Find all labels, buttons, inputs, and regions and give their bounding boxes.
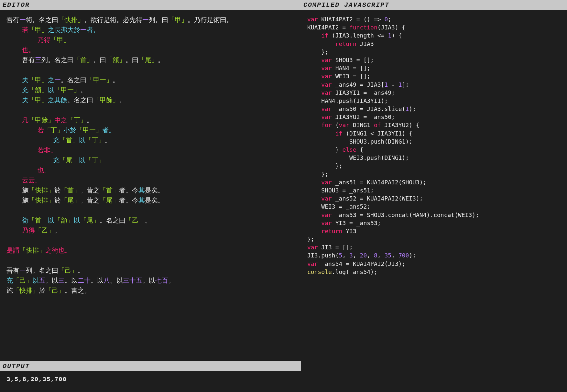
code-token: 。以 bbox=[65, 277, 78, 285]
code-token: 「甲」 bbox=[28, 97, 48, 104]
code-token: 充 bbox=[6, 277, 13, 285]
code-token: 。名之曰 bbox=[67, 97, 93, 104]
code-token: return bbox=[321, 228, 342, 234]
code-token: return bbox=[335, 40, 356, 47]
code-token bbox=[307, 57, 321, 63]
code-token bbox=[6, 47, 22, 54]
js-line: KUAI4PAI2 = function(JIA3) { bbox=[307, 23, 563, 31]
code-token: (JIA3.length <= bbox=[328, 32, 388, 39]
code-token: var bbox=[321, 220, 332, 226]
code-token: 乃得 bbox=[38, 37, 50, 44]
editor-line: 若「丁」小於「甲一」者。 bbox=[6, 125, 297, 136]
code-token: ; bbox=[388, 16, 391, 23]
code-token: 。欲行是術。必先得 bbox=[84, 16, 142, 24]
code-token: 8 bbox=[374, 252, 377, 259]
code-token bbox=[6, 27, 22, 34]
compiled-js-pane[interactable]: var KUAI4PAI2 = () => 0;KUAI4PAI2 = func… bbox=[301, 10, 567, 392]
code-token: }; bbox=[307, 49, 328, 55]
code-token: 「甲餘」 bbox=[28, 117, 54, 124]
editor-line: 施「快排」於「尾」。昔之「尾」者。今其是矣。 bbox=[6, 196, 297, 206]
editor-line: 夫「甲」之其餘。名之曰「甲餘」。 bbox=[6, 95, 297, 105]
code-token: 以 bbox=[32, 277, 39, 285]
code-token: 0 bbox=[384, 16, 388, 23]
code-token: _ans52 = KUAI4PAI2(WEI3); bbox=[332, 195, 423, 202]
editor-line: 云云。 bbox=[6, 176, 297, 186]
code-token: 五 bbox=[39, 277, 45, 285]
code-token: 35 bbox=[385, 252, 392, 259]
code-token: 三 bbox=[35, 57, 41, 64]
output-header: OUTPUT bbox=[0, 361, 301, 371]
js-line: if (JIA3.length <= 1) { bbox=[307, 31, 563, 39]
code-token: 銜 bbox=[22, 217, 28, 224]
code-token: 「甲」 bbox=[28, 77, 48, 84]
code-token bbox=[307, 220, 321, 226]
code-token: } bbox=[307, 146, 342, 153]
code-token: 。以 bbox=[110, 277, 123, 285]
code-token bbox=[307, 228, 321, 234]
code-token: 。 bbox=[78, 267, 84, 275]
code-token bbox=[307, 195, 321, 202]
code-token: 者。 bbox=[102, 127, 115, 134]
code-token: , bbox=[342, 252, 349, 259]
code-token: 若 bbox=[38, 127, 44, 134]
editor-line bbox=[6, 65, 297, 75]
code-token bbox=[6, 97, 22, 104]
code-token: 。書之。 bbox=[65, 287, 91, 295]
code-token: }; bbox=[307, 171, 328, 178]
code-token: 是矣。 bbox=[145, 197, 164, 204]
code-token: var bbox=[321, 212, 332, 218]
code-token: if bbox=[321, 32, 328, 39]
code-token: 列。名之曰 bbox=[41, 57, 74, 64]
code-token: 。 bbox=[168, 277, 175, 285]
code-token: _ans49 = JIA3[ bbox=[332, 81, 385, 88]
editor-line: 若非。 bbox=[6, 146, 297, 156]
code-token: _ans51 = KUAI4PAI2(SHOU3); bbox=[332, 179, 427, 186]
code-token bbox=[6, 227, 22, 234]
js-line: var HAN4 = []; bbox=[307, 64, 563, 72]
code-token: 。乃行是術曰。 bbox=[188, 16, 233, 24]
editor-line bbox=[6, 105, 297, 115]
editor-line: 若「甲」之長弗大於一者。 bbox=[6, 25, 297, 35]
code-token: 。以 bbox=[45, 277, 58, 285]
code-token: var bbox=[307, 16, 318, 23]
code-token bbox=[6, 37, 38, 44]
code-token: var bbox=[321, 179, 332, 186]
editor-line: 吾有一術。名之曰「快排」。欲行是術。必先得一列。曰「甲」。乃行是術曰。 bbox=[6, 15, 297, 25]
code-token: 若 bbox=[22, 27, 28, 34]
code-token: JI3.push( bbox=[307, 252, 339, 259]
code-token: 乃得 bbox=[22, 227, 35, 234]
js-line: console.log(_ans54); bbox=[307, 268, 563, 276]
code-token: var bbox=[307, 260, 318, 267]
code-token: 充 bbox=[53, 137, 60, 144]
js-line: return JIA3 bbox=[307, 40, 563, 48]
code-token: 一 bbox=[19, 267, 26, 275]
code-token: 其 bbox=[138, 197, 145, 204]
code-token: 「甲」 bbox=[28, 27, 48, 34]
js-line: JI3.push(5, 3, 20, 8, 35, 700); bbox=[307, 251, 563, 259]
code-token: var bbox=[321, 73, 332, 80]
code-token: 夫 bbox=[22, 77, 28, 84]
js-line: var _ans53 = SHOU3.concat(HAN4).concat(W… bbox=[307, 211, 563, 219]
editor-line: 充「己」以五。以三。以二十。以八。以三十五。以七百。 bbox=[6, 276, 297, 286]
js-line: }; bbox=[307, 170, 563, 178]
js-line: var _ans52 = KUAI4PAI2(WEI3); bbox=[307, 194, 563, 202]
code-token: 之長弗大於 bbox=[48, 27, 80, 34]
code-token bbox=[6, 147, 38, 154]
code-token: 「甲一」 bbox=[54, 87, 80, 94]
code-token: 5 bbox=[339, 252, 343, 259]
editor-line: 吾有三列。名之曰「首」。曰「頷」。曰「尾」。 bbox=[6, 55, 297, 65]
code-token bbox=[6, 87, 22, 94]
editor-pane[interactable]: 吾有一術。名之曰「快排」。欲行是術。必先得一列。曰「甲」。乃行是術曰。 若「甲」… bbox=[0, 10, 301, 361]
code-token: 「丁」 bbox=[85, 157, 105, 164]
editor-line: 夫「甲」之一。名之曰「甲一」。 bbox=[6, 75, 297, 85]
code-token: if bbox=[335, 130, 343, 137]
code-token bbox=[6, 127, 38, 134]
code-token: 。 bbox=[87, 117, 93, 124]
code-token: JIA3YU2) { bbox=[381, 122, 420, 128]
code-token: 「快排」 bbox=[13, 287, 39, 295]
js-line: SHOU3.push(DING1); bbox=[307, 137, 563, 146]
code-token: 「甲」 bbox=[168, 16, 188, 24]
code-token: 施 bbox=[6, 287, 13, 295]
code-token: 。 bbox=[105, 137, 111, 144]
js-line: if (DING1 < JIA3YI1) { bbox=[307, 129, 563, 137]
